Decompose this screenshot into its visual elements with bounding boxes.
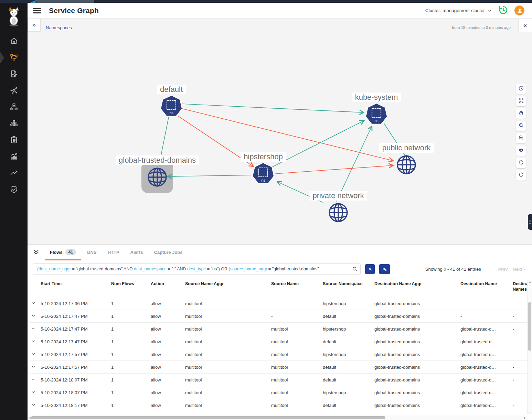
scroll-right-arrow[interactable]: ▶ [523,415,527,420]
table-cell: multitool [184,390,270,395]
column-header[interactable]: Destination Name Aggr [374,279,460,297]
visibility-button[interactable] [516,146,526,156]
row-expand-icon[interactable] [31,313,36,319]
table-cell: global-trusted-d… [460,403,512,408]
column-header[interactable]: Source Namespace [322,279,374,297]
table-cell: global-trusted-domains [374,326,460,332]
refresh-button[interactable] [516,170,526,181]
collapse-panel-icon[interactable] [33,249,40,256]
table-cell: 5-10-2024 12:17:57 PM [40,365,110,370]
sidebar-item-tree[interactable] [0,99,28,116]
table-cell: 1 [110,301,150,306]
tab-count-badge: 41 [65,249,76,255]
table-cell: allow [150,390,184,395]
history-button[interactable] [498,5,508,17]
scroll-up-arrow[interactable]: ▲ [528,280,532,284]
sidebar-item-stats[interactable] [0,149,28,165]
row-expand-icon[interactable] [31,402,36,408]
column-header[interactable]: Action [150,279,184,297]
page-title: Service Graph [49,7,99,15]
time-button[interactable] [516,84,526,94]
graph-node-hipstershop[interactable]: ns [252,162,275,185]
vertical-scroll-thumb[interactable] [528,302,531,351]
filter-token: "-" [171,267,176,271]
left-sidebar [0,3,28,420]
sidebar-item-security[interactable] [0,182,28,198]
undo-button[interactable] [516,158,526,168]
filter-token: = [71,267,76,271]
sidebar-item-policies[interactable] [0,66,28,83]
table-cell: global-trusted-d… [460,326,512,332]
sidebar-item-home[interactable] [0,33,28,50]
graph-node-kube-system[interactable]: ns [365,103,388,126]
pagination-summary: Showing 0 - 41 of 41 entries [425,267,481,272]
graph-node-global-trusted-domains[interactable] [147,166,168,188]
row-expand-icon[interactable] [31,390,36,396]
zoom-in-button[interactable] [516,121,526,131]
horizontal-scroll-thumb[interactable] [31,416,385,419]
breadcrumb-expand-button[interactable]: » [28,19,41,32]
row-expand-icon[interactable] [31,326,36,332]
service-graph-canvas[interactable]: » Namespaces from 15 minutes to 0 minute… [28,19,532,244]
zoom-out-button[interactable] [516,133,526,143]
table-cell: multitool [270,403,322,408]
table-row[interactable]: 5-10-2024 12:18:07 PM1allowmultitoolmult… [30,373,532,386]
row-expand-icon[interactable] [31,301,36,306]
clear-filter-button[interactable] [365,264,375,274]
breadcrumb[interactable]: Namespaces [46,25,72,30]
table-row[interactable]: 5-10-2024 12:17:47 PM1allowmultitoolmult… [30,322,532,335]
pan-button[interactable] [516,108,526,119]
table-horizontal-scrollbar[interactable]: ◀ ▶ [28,415,527,420]
table-row[interactable]: 5-10-2024 12:18:07 PM1allowmultitoolmult… [30,386,532,399]
column-header[interactable]: Source Name [270,279,322,297]
sidebar-item-network[interactable] [0,83,28,99]
prev-page-button[interactable]: ‹ Prev [496,267,508,272]
table-cell: default [322,365,374,370]
column-header[interactable]: Destination Name [460,279,512,297]
table-row[interactable]: 5-10-2024 12:17:57 PM1allowmultitoolmult… [30,348,532,360]
table-row[interactable]: 5-10-2024 12:18:17 PM1allowmultitoolmult… [30,399,532,411]
cluster-selector[interactable]: Cluster: management-cluster [425,8,492,13]
graph-node-label: private network [309,191,367,201]
tab-http[interactable]: HTTP [102,245,125,260]
user-filter-settings-button[interactable] [379,264,390,274]
fit-screen-button[interactable] [516,96,526,106]
tab-label: Flows [50,250,63,255]
table-row[interactable]: 5-10-2024 12:17:36 PM1allowmultitool-hip… [30,297,532,310]
table-row[interactable]: 5-10-2024 12:17:47 PM1allowmultitool-def… [30,310,532,322]
table-row[interactable]: 5-10-2024 12:17:57 PM1allowmultitoolmult… [30,360,532,373]
row-expand-icon[interactable] [31,339,36,345]
panel-collapse-button[interactable]: « [518,19,532,32]
menu-icon[interactable] [33,8,41,13]
filter-token: "global-trusted-domains" [76,267,123,271]
row-expand-icon[interactable] [31,352,36,357]
graph-node-default[interactable]: ns [160,95,183,118]
sidebar-item-compliance[interactable] [0,132,28,149]
user-avatar[interactable] [514,6,524,15]
table-vertical-scrollbar[interactable]: ▲ ▼ [527,280,532,414]
filter-token: dest_namespace [134,267,167,271]
tab-capture-jobs[interactable]: Capture Jobs [148,245,188,260]
scroll-down-arrow[interactable]: ▼ [528,410,532,414]
search-icon[interactable] [352,266,358,272]
side-drawer-handle[interactable] [528,214,532,230]
sidebar-item-trends[interactable] [0,165,28,182]
tab-dns[interactable]: DNS [82,245,102,260]
row-expand-icon[interactable] [31,364,36,370]
tab-flows[interactable]: Flows41 [44,245,82,260]
graph-node-public-network[interactable] [396,154,417,175]
table-cell: multitool [184,365,270,370]
graph-node-private-network[interactable] [328,202,349,223]
filter-query-input[interactable]: (dest_name_aggr = "global-trusted-domain… [33,263,361,274]
svg-text:ns: ns [261,178,265,182]
row-expand-icon[interactable] [31,377,36,383]
column-header[interactable]: Source Name Aggr [184,279,270,297]
app-header: Service Graph Cluster: management-cluste… [28,3,532,19]
table-row[interactable]: 5-10-2024 12:17:47 PM1allowmultitoolmult… [30,335,532,348]
column-header[interactable]: Start Time [40,279,110,297]
tab-alerts[interactable]: Alerts [125,245,149,260]
sidebar-item-cluster[interactable] [0,116,28,132]
column-header[interactable]: Num Flows [110,279,150,297]
sidebar-item-service-graph[interactable] [0,50,28,66]
next-page-button[interactable]: Next › [513,267,525,272]
